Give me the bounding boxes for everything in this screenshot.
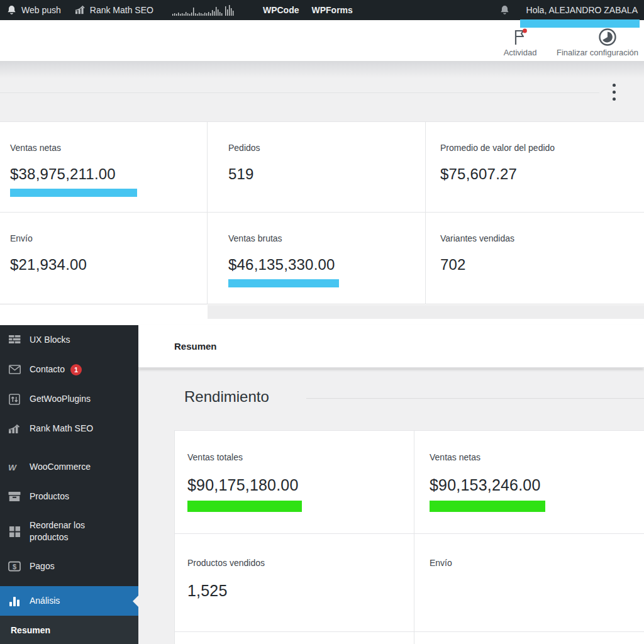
cyan-highlight-annotation [520,19,640,28]
stat-label: Pedidos [228,143,425,153]
admin-bar-wpforms-label: WPForms [312,5,353,15]
stat-value: $90,153,246.00 [430,476,644,494]
sidebar-item-contacto[interactable]: Contacto 1 [0,355,138,384]
sidebar-item-label: Productos [30,491,69,502]
performance-card[interactable] [414,632,644,644]
sidebar-submenu-resumen[interactable]: Resumen [0,616,138,644]
stat-label: Variantes vendidas [440,233,644,243]
submenu-item-label: Resumen [11,625,50,635]
grid-icon [8,525,21,538]
section-title: Rendimiento [184,388,269,406]
sidebar-item-label: Pagos [30,560,55,572]
section-divider-line [0,92,599,93]
sidebar-item-rank-math[interactable]: Rank Math SEO [0,414,138,443]
admin-bar-account[interactable]: Hola, ALEJANDRO ZABALA [526,5,638,15]
sidebar-item-productos[interactable]: Productos [0,482,138,511]
report-tab-bar: Resumen [138,325,644,368]
activity-label[interactable]: Actividad [498,48,542,57]
admin-bar-rank-math-label: Rank Math SEO [90,5,153,15]
green-highlight-annotation [430,501,545,512]
stat-card[interactable]: Variantes vendidas 702 [426,213,644,304]
svg-text:$: $ [13,563,16,570]
top-content-background [0,78,644,121]
stat-label: Ventas totales [187,452,414,462]
performance-card[interactable] [175,632,414,644]
stat-card[interactable]: Pedidos 519 [208,122,426,213]
admin-bar-rank-math[interactable]: Rank Math SEO [75,5,153,16]
admin-bar-wpforms[interactable]: WPForms [312,5,353,15]
stat-label: Ventas brutas [228,233,425,243]
stat-value: $90,175,180.00 [187,476,414,494]
stat-card[interactable]: Promedio de valor del pedido $75,607.27 [426,122,644,213]
sidebar-item-label: UX Blocks [30,334,70,346]
stat-value: $46,135,330.00 [228,256,425,274]
admin-bar: Web push Rank Math SEO [0,0,644,20]
stat-value: 702 [440,256,644,274]
sidebar-item-ux-blocks[interactable]: UX Blocks [0,325,138,355]
performance-card[interactable]: Ventas totales $90,175,180.00 [175,431,414,534]
sidebar-item-label: Rank Math SEO [30,423,93,435]
section-gap-strip [208,305,644,319]
leaderboard-stats-grid: Ventas netas $38,975,211.00 Pedidos 519 … [0,121,644,304]
stat-value: 519 [228,165,425,183]
admin-bar-web-push[interactable]: Web push [6,5,61,16]
dollar-icon: $ [8,560,21,573]
notifications-bell-icon[interactable] [499,5,510,16]
traffic-sparkline-icon[interactable] [172,4,242,16]
performance-card[interactable]: Productos vendidos 1,525 [175,534,414,632]
header-shadow [0,62,644,78]
stat-label: Envío [10,233,207,243]
box-icon [8,491,21,503]
stat-label: Promedio de valor del pedido [440,143,644,153]
admin-bar-web-push-label: Web push [21,5,61,15]
envelope-icon [8,364,21,376]
woocommerce-icon: W [8,461,21,474]
admin-bar-wpcode[interactable]: WPCode [263,5,299,15]
stat-card[interactable]: Ventas brutas $46,135,330.00 [208,213,426,304]
tab-resumen[interactable]: Resumen [174,341,217,352]
sidebar-item-label: Reordenar los productos [30,519,106,543]
svg-text:W: W [8,462,17,472]
stat-label: Ventas netas [10,143,207,153]
stat-label: Ventas netas [430,452,644,462]
stat-value: 1,525 [187,582,414,600]
blocks-icon [8,334,21,347]
bar-chart-icon [8,595,21,608]
sidebar-item-label: Contacto [30,364,65,375]
rank-math-icon [8,423,21,435]
kebab-menu-icon[interactable] [613,84,616,101]
screen: Web push Rank Math SEO [0,0,644,644]
sidebar-item-label: Análisis [30,595,60,607]
sidebar-item-woocommerce[interactable]: W WooCommerce [0,452,138,482]
sidebar-item-label: GetWooPlugins [30,393,91,405]
sidebar-item-getwooplugins[interactable]: GetWooPlugins [0,384,138,414]
unread-count-badge: 1 [70,364,82,375]
performance-card[interactable]: Ventas netas $90,153,246.00 [414,431,644,534]
stat-label: Envío [430,558,644,568]
finish-setup-icon[interactable] [598,28,617,47]
stat-value: $75,607.27 [440,165,644,183]
sidebar-item-pagos[interactable]: $ Pagos [0,552,138,581]
section-title-rule [306,398,644,399]
stat-label: Productos vendidos [187,558,414,568]
performance-grid: Ventas totales $90,175,180.00 Ventas net… [174,430,644,644]
green-highlight-annotation [187,501,302,512]
cyan-highlight-annotation [10,189,137,197]
sliders-icon [8,393,21,406]
stat-card[interactable]: Envío $21,934.00 [0,213,208,304]
stat-card[interactable]: Ventas netas $38,975,211.00 [0,122,208,213]
stat-value: $38,975,211.00 [10,165,207,183]
bell-icon [6,5,17,16]
performance-card[interactable]: Envío [414,534,644,632]
cyan-highlight-annotation [228,279,339,287]
admin-sidebar: UX Blocks Contacto 1 GetWooPlugins [0,325,138,644]
activity-flag-icon[interactable] [512,28,528,46]
admin-bar-greeting: Hola, ALEJANDRO ZABALA [526,5,638,15]
rank-math-icon [75,5,86,16]
admin-bar-wpcode-label: WPCode [263,5,299,15]
finish-setup-label[interactable]: Finalizar configuración [557,48,638,57]
sidebar-item-analisis[interactable]: Análisis [0,586,138,616]
sidebar-item-label: WooCommerce [30,461,91,473]
stat-value: $21,934.00 [10,256,207,274]
sidebar-item-reordenar-productos[interactable]: Reordenar los productos [0,511,138,552]
